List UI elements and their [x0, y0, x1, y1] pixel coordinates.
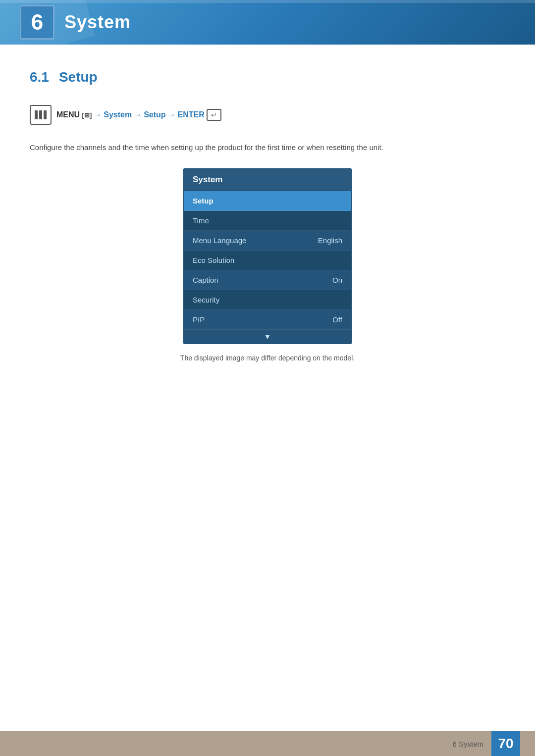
menu-item-setup-label: Setup: [193, 197, 214, 205]
nav-step-system: System: [104, 110, 132, 119]
menu-item-security[interactable]: Security: [184, 290, 351, 310]
page-title: System: [64, 12, 131, 33]
section-heading: 6.1 Setup: [30, 69, 505, 85]
footer-page-number: 70: [491, 731, 520, 756]
nav-arrow-2: →: [134, 110, 142, 119]
menu-item-caption-label: Caption: [193, 276, 218, 284]
arrow-down-icon: ▼: [264, 333, 271, 341]
footer-text: 6 System: [452, 740, 483, 748]
menu-item-menu-language-value: English: [318, 236, 342, 245]
section-description: Configure the channels and the time when…: [30, 142, 436, 153]
nav-path: MENU [⊞] → System → Setup → ENTER ↵: [30, 100, 505, 130]
menu-item-time[interactable]: Time: [184, 211, 351, 231]
main-content: 6.1 Setup MENU [⊞] → System → Setup → EN…: [0, 45, 535, 387]
menu-item-pip-value: Off: [332, 315, 342, 324]
menu-item-pip[interactable]: PIP Off: [184, 310, 351, 330]
system-menu-header: System: [184, 169, 351, 191]
menu-icon: [30, 105, 52, 125]
menu-item-menu-language[interactable]: Menu Language English: [184, 231, 351, 251]
section-number: 6.1: [30, 69, 49, 85]
nav-step-enter: ENTER: [178, 110, 205, 119]
nav-menu-label: MENU [⊞]: [56, 110, 92, 119]
note-text: The displayed image may differ depending…: [30, 354, 505, 362]
enter-icon: ↵: [207, 109, 221, 121]
page-header: 6 System: [0, 0, 535, 45]
menu-item-setup[interactable]: Setup: [184, 191, 351, 211]
footer-bar: 6 System 70: [0, 731, 535, 756]
menu-item-security-label: Security: [193, 296, 219, 304]
nav-arrow-1: →: [94, 110, 102, 119]
menu-item-caption[interactable]: Caption On: [184, 270, 351, 290]
nav-step-setup: Setup: [144, 110, 165, 119]
menu-item-eco-solution-label: Eco Solution: [193, 256, 234, 264]
scroll-indicator: ▼: [184, 330, 351, 344]
chapter-number: 6: [31, 10, 43, 35]
menu-item-pip-label: PIP: [193, 315, 205, 324]
menu-item-time-label: Time: [193, 216, 209, 225]
system-menu: System Setup Time Menu Language English …: [183, 168, 352, 344]
menu-item-eco-solution[interactable]: Eco Solution: [184, 251, 351, 270]
nav-arrow-3: →: [168, 110, 176, 119]
chapter-number-box: 6: [20, 5, 54, 40]
section-title: Setup: [59, 69, 98, 85]
menu-item-menu-language-label: Menu Language: [193, 236, 246, 245]
ui-mockup-container: System Setup Time Menu Language English …: [30, 168, 505, 344]
menu-item-caption-value: On: [332, 276, 342, 284]
